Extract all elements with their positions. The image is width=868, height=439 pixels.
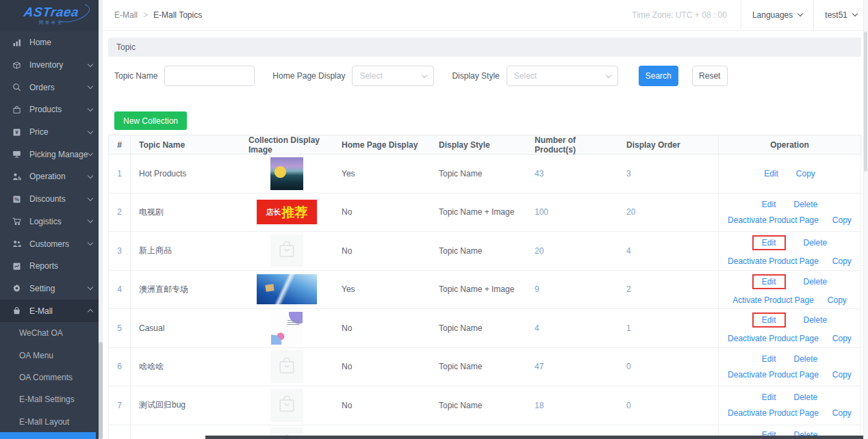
display-style-cell: Topic Name + Image — [422, 284, 526, 294]
horizontal-scrollbar[interactable] — [205, 436, 863, 439]
chevron-down-icon — [88, 61, 93, 66]
delete-link[interactable]: Delete — [794, 393, 818, 402]
operation-links-line: Deactivate Product PageCopy — [728, 370, 852, 380]
chevron-down-icon — [88, 195, 93, 200]
main-content: E-Mall > E-Mall Topics Time Zone: UTC + … — [103, 0, 868, 439]
operation-cell: EditDeleteActivate Product PageCopy — [718, 271, 860, 309]
filter-row: Topic Name Home Page Display Select Disp… — [114, 66, 868, 86]
page-scrollbar[interactable] — [863, 0, 868, 439]
operation-links-line: EditDelete — [762, 200, 817, 209]
delete-link[interactable]: Delete — [804, 315, 828, 325]
edit-link[interactable]: Edit — [762, 200, 776, 209]
sidebar-item-logistics[interactable]: Logistics — [0, 211, 103, 233]
deactivate-product-page-link[interactable]: Deactivate Product Page — [728, 370, 819, 380]
sidebar-item-inventory[interactable]: Inventory — [0, 54, 103, 77]
sidebar-subitem-label: E-Mall Layout — [19, 417, 69, 427]
edit-highlight-box: Edit — [752, 235, 786, 250]
chevron-down-icon — [88, 150, 93, 156]
delete-link[interactable]: Delete — [804, 238, 828, 248]
sidebar-item-label: E-Mall — [29, 306, 53, 316]
edit-link[interactable]: Edit — [764, 169, 778, 178]
sidebar-item-customers[interactable]: Customers — [0, 232, 103, 255]
copy-link[interactable]: Copy — [828, 295, 847, 305]
number-of-products-cell: 20 — [526, 246, 617, 256]
new-collection-button[interactable]: New Collection — [114, 111, 187, 130]
edit-link[interactable]: Edit — [762, 393, 776, 402]
copy-link[interactable]: Copy — [832, 215, 852, 225]
delete-link[interactable]: Delete — [804, 277, 828, 287]
sidebar-item-picking-manage[interactable]: Picking Manage — [0, 143, 103, 165]
display-style-select-value: Select — [514, 71, 537, 81]
number-of-products-cell: 43 — [526, 169, 617, 178]
display-order-cell: 1 — [617, 323, 718, 333]
copy-link[interactable]: Copy — [832, 256, 852, 266]
sidebar-subitem-label: WeChat OA — [19, 328, 63, 338]
page-scrollbar-thumb[interactable] — [864, 31, 867, 172]
operation-links-line: Deactivate Product PageCopy — [728, 334, 852, 343]
sidebar-item-orders[interactable]: Orders — [0, 76, 103, 98]
sidebar-nav: HomeInventoryOrdersProducts¥PricePicking… — [0, 31, 103, 433]
topic-name-label: Topic Name — [114, 71, 157, 81]
copy-link[interactable]: Copy — [832, 334, 852, 343]
topbar: E-Mall > E-Mall Topics Time Zone: UTC + … — [103, 0, 868, 31]
row-number: 3 — [109, 232, 131, 270]
sidebar-item-price[interactable]: ¥Price — [0, 121, 103, 144]
edit-link[interactable]: Edit — [762, 277, 776, 287]
copy-link[interactable]: Copy — [832, 370, 852, 380]
collection-image-photo-promo — [271, 312, 303, 345]
reset-button[interactable]: Reset — [692, 66, 728, 86]
home-page-display-label: Home Page Display — [272, 71, 345, 81]
breadcrumb-e-mall-topics[interactable]: E-Mall Topics — [153, 10, 202, 20]
deactivate-product-page-link[interactable]: Deactivate Product Page — [728, 256, 819, 266]
customers-icon — [12, 239, 21, 249]
languages-dropdown[interactable]: Languages — [741, 0, 813, 30]
sidebar-item-reports[interactable]: Reports — [0, 255, 103, 278]
home-page-display-select[interactable]: Select — [352, 66, 434, 86]
sidebar-scrollbar[interactable] — [99, 0, 103, 439]
sidebar-item-operation[interactable]: Operation — [0, 165, 103, 188]
edit-link[interactable]: Edit — [762, 315, 776, 325]
deactivate-product-page-link[interactable]: Deactivate Product Page — [728, 334, 819, 343]
topic-name-cell: 新上商品 — [131, 245, 248, 256]
delete-link[interactable]: Delete — [794, 200, 818, 209]
user-dropdown[interactable]: test51 — [813, 0, 868, 30]
search-button[interactable]: Search — [639, 66, 678, 86]
deactivate-product-page-link[interactable]: Deactivate Product Page — [728, 408, 819, 418]
collection-image-banner-red: 店长推荐 — [257, 200, 317, 224]
edit-link[interactable]: Edit — [762, 354, 776, 364]
topic-name-cell: 澳洲直邮专场 — [131, 284, 248, 295]
home-icon — [12, 38, 21, 47]
delete-link[interactable]: Delete — [794, 354, 818, 364]
edit-link[interactable]: Edit — [762, 238, 776, 248]
activate-product-page-link[interactable]: Activate Product Page — [732, 295, 814, 305]
collection-image-placeholder — [270, 350, 303, 383]
sidebar-subitem-oa-menu[interactable]: OA Menu — [0, 344, 103, 366]
sidebar-item-label: Inventory — [29, 60, 63, 70]
copy-link[interactable]: Copy — [796, 169, 815, 178]
sidebar-subitem-e-mall-layout[interactable]: E-Mall Layout — [0, 411, 103, 433]
chevron-down-icon — [88, 106, 93, 111]
sidebar-item-discounts[interactable]: %Discounts — [0, 188, 103, 211]
sidebar-item-home[interactable]: Home — [0, 31, 103, 54]
display-style-select[interactable]: Select — [507, 66, 618, 86]
sidebar-subitem-wechat-oa[interactable]: WeChat OA — [0, 322, 103, 344]
collection-image-placeholder — [270, 389, 303, 422]
sidebar-item-products[interactable]: Products — [0, 98, 103, 121]
number-of-products-cell: 100 — [526, 207, 617, 217]
display-order-cell: 0 — [617, 362, 718, 371]
col-header-collection-display-image: Collection Display Image — [248, 135, 325, 154]
breadcrumb-e-mall[interactable]: E-Mall — [114, 10, 138, 20]
copy-link[interactable]: Copy — [832, 408, 852, 418]
display-style-label: Display Style — [452, 71, 499, 81]
sidebar-item-e-mall[interactable]: E-Mall — [0, 300, 103, 322]
sidebar-item-label: Price — [29, 127, 48, 137]
topic-name-input[interactable] — [164, 66, 255, 86]
orders-icon — [12, 83, 21, 92]
discounts-icon: % — [12, 194, 21, 204]
sidebar-subitem-e-mall-settings[interactable]: E-Mall Settings — [0, 388, 103, 410]
sidebar-subitem-oa-comments[interactable]: OA Comments — [0, 367, 103, 388]
sidebar-item-active-partial[interactable] — [0, 432, 96, 439]
deactivate-product-page-link[interactable]: Deactivate Product Page — [728, 215, 819, 225]
sidebar-item-setting[interactable]: Setting — [0, 278, 103, 300]
sidebar-scrollbar-thumb[interactable] — [99, 342, 103, 439]
